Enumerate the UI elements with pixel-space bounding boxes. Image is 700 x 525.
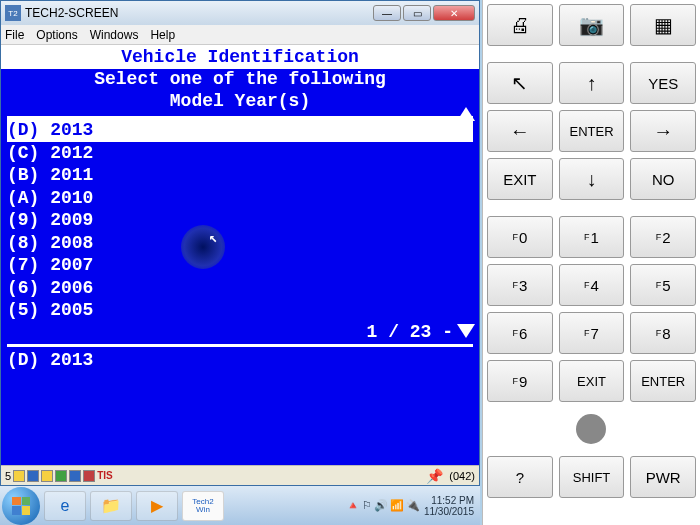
circle-icon bbox=[576, 414, 606, 444]
app-window: T2 TECH2-SCREEN — ▭ ✕ File Options Windo… bbox=[0, 0, 480, 486]
scroll-down-icon[interactable] bbox=[457, 324, 475, 338]
f2-button[interactable]: F2 bbox=[630, 216, 696, 258]
status-counter: (042) bbox=[449, 470, 475, 482]
cursor-halo bbox=[181, 225, 225, 269]
menu-options[interactable]: Options bbox=[36, 28, 77, 42]
taskbar: e 📁 ▶ Tech2Win 🔺⚐🔊📶🔌 11:52 PM 11/30/2015 bbox=[0, 486, 480, 525]
arrow-down-button[interactable]: ↓ bbox=[559, 158, 625, 200]
year-list-item[interactable]: (A) 2010 bbox=[7, 187, 473, 210]
screen-title: Vehicle Identification bbox=[1, 45, 479, 69]
pin-icon[interactable]: 📌 bbox=[426, 468, 443, 484]
f6-button[interactable]: F6 bbox=[487, 312, 553, 354]
arrow-up-button[interactable]: ↑ bbox=[559, 62, 625, 104]
help-button[interactable]: ? bbox=[487, 456, 553, 498]
f4-button[interactable]: F4 bbox=[559, 264, 625, 306]
start-button[interactable] bbox=[2, 487, 40, 525]
window-title: TECH2-SCREEN bbox=[25, 6, 373, 20]
status-chip bbox=[27, 470, 39, 482]
status-chip bbox=[69, 470, 81, 482]
f7-button[interactable]: F7 bbox=[559, 312, 625, 354]
year-list-item[interactable]: (6) 2006 bbox=[7, 277, 473, 300]
windows-icon bbox=[12, 497, 30, 515]
device-screen: Vehicle Identification Select one of the… bbox=[1, 45, 479, 465]
year-list-item[interactable]: (8) 2008 bbox=[7, 232, 473, 255]
yes-button[interactable]: YES bbox=[630, 62, 696, 104]
year-list-item[interactable]: (D) 2013 bbox=[7, 119, 473, 142]
minimize-button[interactable]: — bbox=[373, 5, 401, 21]
f8-button[interactable]: F8 bbox=[630, 312, 696, 354]
system-tray[interactable]: 🔺⚐🔊📶🔌 11:52 PM 11/30/2015 bbox=[340, 495, 480, 517]
arrow-left-button[interactable]: ← bbox=[487, 110, 553, 152]
f-exit-button[interactable]: EXIT bbox=[559, 360, 625, 402]
f0-button[interactable]: F0 bbox=[487, 216, 553, 258]
tray-icon: 🔊 bbox=[374, 499, 388, 512]
status-chip bbox=[13, 470, 25, 482]
year-list-item[interactable]: (5) 2005 bbox=[7, 299, 473, 322]
divider bbox=[7, 344, 473, 347]
divider bbox=[7, 116, 473, 119]
status-chip bbox=[55, 470, 67, 482]
taskbar-tech2win[interactable]: Tech2Win bbox=[182, 491, 224, 521]
status-chip bbox=[83, 470, 95, 482]
scroll-up-icon[interactable] bbox=[457, 107, 475, 121]
f9-button[interactable]: F9 bbox=[487, 360, 553, 402]
shift-button[interactable]: SHIFT bbox=[559, 456, 625, 498]
status-bar: 5 TIS 📌 (042) bbox=[1, 465, 479, 485]
status-chip bbox=[41, 470, 53, 482]
f5-button[interactable]: F5 bbox=[630, 264, 696, 306]
tray-icon: 🔌 bbox=[406, 499, 420, 512]
tray-clock[interactable]: 11:52 PM 11/30/2015 bbox=[424, 495, 474, 517]
taskbar-explorer[interactable]: 📁 bbox=[90, 491, 132, 521]
f-enter-button[interactable]: ENTER bbox=[630, 360, 696, 402]
taskbar-media[interactable]: ▶ bbox=[136, 491, 178, 521]
year-list: (D) 2013(C) 2012(B) 2011(A) 2010(9) 2009… bbox=[1, 119, 479, 322]
maximize-button[interactable]: ▭ bbox=[403, 5, 431, 21]
year-list-item[interactable]: (9) 2009 bbox=[7, 209, 473, 232]
arrow-nw-button[interactable]: ↖ bbox=[487, 62, 553, 104]
menu-windows[interactable]: Windows bbox=[90, 28, 139, 42]
year-list-item[interactable]: (C) 2012 bbox=[7, 142, 473, 165]
selection-echo: (D) 2013 bbox=[1, 349, 479, 372]
screen-subtitle-2: Model Year(s) bbox=[1, 91, 479, 113]
menu-help[interactable]: Help bbox=[150, 28, 175, 42]
tray-icon: ⚐ bbox=[362, 499, 372, 512]
menu-bar: File Options Windows Help bbox=[1, 25, 479, 45]
grid-button[interactable]: ▦ bbox=[630, 4, 696, 46]
tray-icon: 📶 bbox=[390, 499, 404, 512]
tis-label: TIS bbox=[97, 470, 113, 481]
cursor-icon: ↖ bbox=[209, 229, 217, 246]
tray-icon: 🔺 bbox=[346, 499, 360, 512]
year-list-item[interactable]: (7) 2007 bbox=[7, 254, 473, 277]
screen-subtitle-1: Select one of the following bbox=[1, 69, 479, 91]
title-bar[interactable]: T2 TECH2-SCREEN — ▭ ✕ bbox=[1, 1, 479, 25]
pager: 1 / 23 - bbox=[1, 322, 479, 342]
record-indicator bbox=[559, 408, 623, 450]
f3-button[interactable]: F3 bbox=[487, 264, 553, 306]
print-button[interactable]: 🖨 bbox=[487, 4, 553, 46]
keypad: 🖨 📷 ▦ ↖ ↑ YES ← ENTER → EXIT ↓ NO F0 F1 … bbox=[482, 0, 700, 525]
no-button[interactable]: NO bbox=[630, 158, 696, 200]
camera-button[interactable]: 📷 bbox=[559, 4, 625, 46]
taskbar-ie[interactable]: e bbox=[44, 491, 86, 521]
arrow-right-button[interactable]: → bbox=[630, 110, 696, 152]
status-num: 5 bbox=[5, 470, 11, 482]
app-icon: T2 bbox=[5, 5, 21, 21]
tray-icons[interactable]: 🔺⚐🔊📶🔌 bbox=[346, 499, 420, 512]
f1-button[interactable]: F1 bbox=[559, 216, 625, 258]
close-button[interactable]: ✕ bbox=[433, 5, 475, 21]
enter-button[interactable]: ENTER bbox=[559, 110, 625, 152]
year-list-item[interactable]: (B) 2011 bbox=[7, 164, 473, 187]
exit-button[interactable]: EXIT bbox=[487, 158, 553, 200]
menu-file[interactable]: File bbox=[5, 28, 24, 42]
pwr-button[interactable]: PWR bbox=[630, 456, 696, 498]
